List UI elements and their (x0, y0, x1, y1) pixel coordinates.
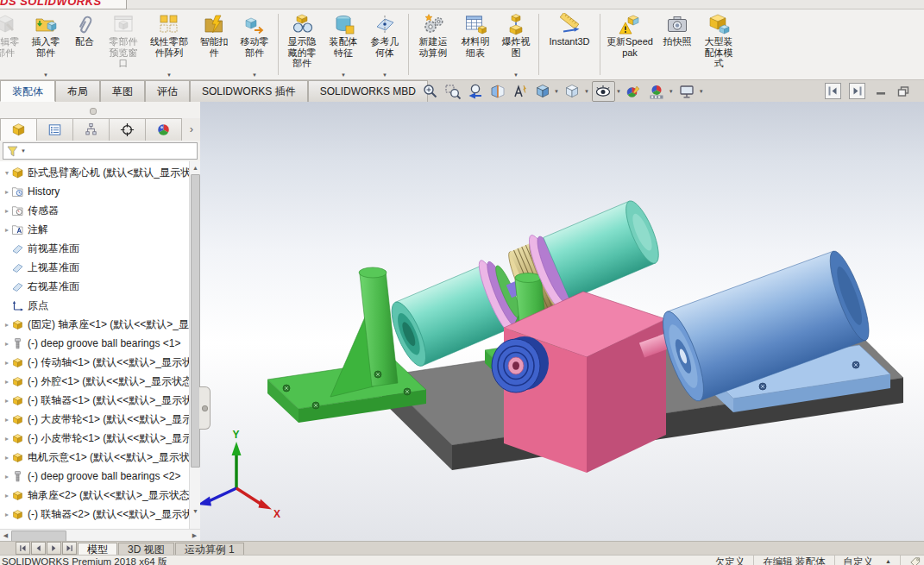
dropdown-arrow[interactable]: ▼ (167, 72, 172, 79)
tree-item-component[interactable]: ▸ (-) 联轴器<2> (默认<<默认>_显示状态 (0, 505, 189, 524)
view-orientation-dropdown[interactable]: ▼ (554, 89, 559, 94)
dropdown-arrow[interactable]: ▼ (382, 72, 387, 79)
insert-component-button[interactable]: 插入零部件 ▼ (26, 9, 66, 79)
apply-scene-button[interactable] (646, 82, 668, 101)
expand-arrow[interactable]: ▸ (3, 473, 11, 480)
filter-dropdown-arrow[interactable]: ▼ (21, 148, 26, 154)
tree-item-component[interactable]: ▸ (-) 小皮带轮<1> (默认<<默认>_显示状态 (0, 429, 189, 448)
tree-item-annotations[interactable]: ▸ 注解 (0, 220, 189, 239)
expand-arrow[interactable]: ▸ (3, 435, 11, 443)
expand-arrow[interactable]: ▸ (3, 188, 11, 196)
take-snapshot-button[interactable]: 拍快照 (657, 9, 697, 79)
smart-fasteners-button[interactable]: 智能扣件 (195, 9, 233, 79)
tree-item-origin[interactable]: 原点 (0, 296, 189, 315)
tab-assembly[interactable]: 装配体 (0, 80, 55, 102)
graphics-viewport[interactable]: Y Z X (200, 102, 924, 541)
next-tab-button[interactable] (47, 542, 61, 555)
tab-solidworks-mbd[interactable]: SOLIDWORKS MBD (308, 80, 428, 102)
apply-scene-dropdown[interactable]: ▼ (669, 89, 674, 94)
custom-status-label[interactable]: 自定义 (844, 556, 874, 565)
tree-item-component[interactable]: ▸ 电机示意<1> (默认<<默认>_显示状态 (0, 448, 189, 467)
panel-splitter-dot[interactable] (90, 108, 97, 115)
collapse-right-button[interactable] (849, 83, 865, 99)
minimize-button[interactable] (873, 84, 888, 98)
restore-button[interactable] (896, 84, 910, 98)
dimxpert-manager-tab[interactable] (110, 118, 146, 141)
collapse-left-button[interactable] (825, 83, 841, 99)
configuration-manager-tab[interactable] (73, 118, 110, 141)
last-tab-button[interactable] (62, 542, 77, 555)
scroll-right-arrow[interactable]: ▶ (189, 530, 200, 542)
tree-item-component[interactable]: ▸ (-) 外腔<1> (默认<<默认>_显示状态 (0, 372, 189, 391)
move-component-button[interactable]: 移动零部件 ▼ (235, 9, 274, 79)
instant3d-button[interactable]: Instant3D (543, 9, 596, 79)
bill-of-materials-button[interactable]: 材料明细表 (456, 9, 495, 79)
dropdown-arrow[interactable]: ▼ (513, 72, 519, 79)
assembly-model[interactable]: Y Z X (200, 102, 924, 541)
large-assembly-mode-button[interactable]: 大型装配体模式 (699, 9, 739, 79)
3d-views-tab[interactable]: 3D 视图 (118, 543, 174, 556)
linear-pattern-button[interactable]: 线性零部件阵列 ▼ (145, 9, 193, 79)
expand-arrow[interactable]: ▸ (3, 492, 11, 499)
annotation-visibility-button[interactable] (509, 82, 531, 101)
view-settings-dropdown[interactable]: ▼ (699, 89, 704, 94)
zoom-fit-button[interactable] (419, 82, 441, 101)
tree-item-component[interactable]: ▸ (-) 传动轴<1> (默认<<默认>_显示状态 (0, 353, 189, 372)
tree-item-component[interactable]: ▸ (-) deep groove ball bearings <2> (0, 467, 189, 486)
expand-arrow[interactable]: ▸ (3, 226, 11, 234)
scroll-left-arrow[interactable]: ◀ (0, 530, 11, 542)
hide-show-items-dropdown[interactable]: ▼ (616, 89, 621, 94)
display-manager-tab[interactable] (146, 118, 182, 141)
update-speedpak-button[interactable]: 更新Speedpak (604, 9, 656, 79)
tab-layout[interactable]: 布局 (55, 80, 100, 102)
new-motion-study-button[interactable]: 新建运动算例 (412, 9, 454, 79)
exploded-view-button[interactable]: 爆炸视图 ▼ (497, 9, 535, 79)
tab-solidworks-addins[interactable]: SOLIDWORKS 插件 (190, 80, 308, 102)
tree-item-right-plane[interactable]: 右视基准面 (0, 277, 189, 296)
tree-item-history[interactable]: ▸ History (0, 182, 189, 201)
tree-item-component[interactable]: ▸ (-) 大皮带轮<1> (默认<<默认>_显示状态 (0, 410, 189, 429)
panel-flyout-arrow[interactable]: › (183, 118, 200, 141)
expand-arrow[interactable]: ▾ (3, 169, 11, 177)
property-manager-tab[interactable] (37, 118, 73, 141)
tab-sketch[interactable]: 草图 (100, 80, 145, 102)
expand-arrow[interactable]: ▸ (3, 511, 11, 518)
tab-evaluate[interactable]: 评估 (145, 80, 190, 102)
tree-item-top-plane[interactable]: 上视基准面 (0, 258, 189, 277)
expand-arrow[interactable]: ▸ (3, 359, 11, 367)
expand-arrow[interactable]: ▸ (3, 397, 11, 405)
mate-button[interactable]: 配合 (67, 9, 102, 79)
tree-horizontal-scrollbar[interactable]: ◀ ▶ (0, 529, 200, 542)
dropdown-arrow[interactable]: ▼ (341, 72, 346, 79)
featuremanager-tree-tab[interactable] (0, 118, 37, 141)
tree-item-sensors[interactable]: ▸ 传感器 (0, 201, 189, 220)
tree-item-front-plane[interactable]: 前视基准面 (0, 239, 189, 258)
tree-vertical-scrollbar[interactable]: ▲ ▼ (189, 161, 201, 529)
first-tab-button[interactable] (16, 542, 30, 555)
tree-item-component[interactable]: ▸ (-) 联轴器<1> (默认<<默认>_显示状态 (0, 391, 189, 410)
tree-item-component[interactable]: ▸ (固定) 轴承座<1> (默认<<默认>_显示状态 (0, 315, 189, 334)
expand-arrow[interactable]: ▸ (3, 416, 11, 424)
edit-appearance-button[interactable] (624, 82, 645, 101)
previous-tab-button[interactable] (31, 542, 46, 555)
show-hidden-components-button[interactable]: 显示隐藏的零部件 (282, 9, 322, 79)
expand-arrow[interactable]: ▸ (3, 454, 11, 461)
zoom-area-button[interactable] (442, 82, 463, 101)
assembly-features-button[interactable]: 装配体特征 ▼ (324, 9, 363, 79)
expand-arrow[interactable]: ▸ (3, 207, 11, 215)
view-settings-button[interactable] (676, 82, 698, 101)
hide-show-items-button[interactable] (592, 81, 615, 102)
expand-arrow[interactable]: ▸ (3, 321, 11, 329)
expand-arrow[interactable]: ▸ (3, 340, 11, 348)
section-view-button[interactable] (487, 82, 508, 101)
dropdown-arrow[interactable]: ▼ (43, 72, 48, 79)
reference-geometry-button[interactable]: 参考几何体 ▼ (365, 9, 405, 79)
custom-status-dropdown[interactable]: ▲ (885, 556, 891, 565)
dropdown-arrow[interactable]: ▼ (252, 72, 257, 79)
tree-root-assembly[interactable]: ▾ 卧式悬臂离心机 (默认<默认_显示状态 (0, 163, 189, 182)
tag-icon[interactable] (909, 556, 921, 565)
display-style-dropdown[interactable]: ▼ (584, 89, 589, 94)
horizontal-scroll-thumb[interactable] (11, 530, 66, 542)
motion-study-tab[interactable]: 运动算例 1 (175, 543, 244, 556)
tree-item-component[interactable]: ▸ 轴承座<2> (默认<<默认>_显示状态 (0, 486, 189, 505)
